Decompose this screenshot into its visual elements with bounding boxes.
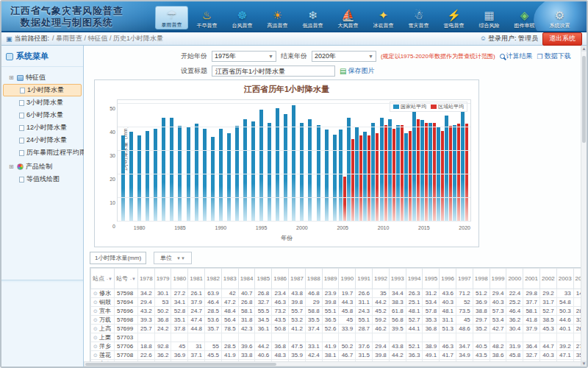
- toolbar-item-drought[interactable]: ♨ 干旱普查: [190, 7, 223, 29]
- expander-icon[interactable]: ⊞: [9, 74, 15, 81]
- bar-national-2010[interactable]: [380, 118, 384, 222]
- radio-icon[interactable]: ⊙: [93, 335, 98, 340]
- year-column-header[interactable]: 1979: [154, 269, 171, 289]
- toolbar-item-typhoon[interactable]: ☸ 台风普查: [226, 7, 259, 29]
- bar-national-1987[interactable]: [195, 124, 198, 222]
- unit-tag[interactable]: 1小时降水量(mm): [90, 252, 146, 264]
- table-row-萍乡[interactable]: ⊙萍乡 5770618.892.845315528.539.644.236.84…: [91, 342, 584, 351]
- station-column-header[interactable]: 站点-▼: [93, 275, 112, 283]
- bar-regional-2016[interactable]: [433, 123, 436, 222]
- scroll-down-arrow[interactable]: ▼: [581, 361, 587, 367]
- bar-national-2009[interactable]: [371, 123, 375, 222]
- sidebar-item-3小时降水量[interactable]: 3小时降水量: [3, 96, 82, 109]
- toolbar-item-hail[interactable]: ✦ 冰雹普查: [367, 7, 400, 29]
- bar-national-2004[interactable]: [333, 135, 337, 222]
- save-image-button[interactable]: ▤保存图片: [340, 66, 374, 76]
- year-column-header[interactable]: 1994: [406, 269, 423, 289]
- bar-regional-2011[interactable]: [392, 129, 395, 222]
- expander-icon[interactable]: ⊞: [9, 163, 15, 170]
- radio-icon[interactable]: ⊙: [93, 317, 98, 322]
- bar-national-2018[interactable]: [445, 116, 448, 222]
- sidebar-item-6小时降水量[interactable]: 6小时降水量: [3, 109, 82, 121]
- chart-title-input[interactable]: 江西省历年1小时降水量: [212, 66, 335, 77]
- bar-national-1999[interactable]: [292, 105, 295, 222]
- sidebar-splitter[interactable]: [1, 280, 83, 283]
- radio-icon[interactable]: ⊙: [93, 353, 98, 358]
- bar-regional-2014[interactable]: [417, 119, 420, 222]
- bar-national-1978[interactable]: [121, 135, 125, 222]
- bar-national-1991[interactable]: [227, 133, 231, 222]
- year-column-header[interactable]: 1985: [255, 269, 272, 289]
- year-column-header[interactable]: 1998: [473, 269, 490, 289]
- toolbar-item-comprehensive-risk[interactable]: ▦ 综合风险: [473, 7, 506, 29]
- bar-national-2011[interactable]: [388, 119, 392, 222]
- radio-icon[interactable]: ⊙: [93, 291, 98, 296]
- radio-icon[interactable]: ⊙: [93, 326, 98, 331]
- bar-regional-2019[interactable]: [457, 124, 460, 222]
- bar-national-2005[interactable]: [339, 130, 343, 222]
- table-row-铜鼓[interactable]: ⊙铜鼓 5769429.45334.137.946.447.226.832.74…: [91, 298, 584, 307]
- year-column-header[interactable]: 1997: [456, 269, 473, 289]
- table-row-修水[interactable]: ⊙修水 5759834.230.127.226.163.94240.726.82…: [91, 289, 584, 298]
- bar-national-2017[interactable]: [437, 127, 440, 222]
- horizontal-scroll-thumb[interactable]: [85, 363, 276, 366]
- radio-icon[interactable]: ⊙: [93, 300, 98, 305]
- toolbar-item-hightemp[interactable]: ☀ 高温普查: [261, 7, 294, 29]
- year-column-header[interactable]: 2002: [540, 269, 557, 289]
- horizontal-scrollbar[interactable]: [84, 361, 587, 367]
- bar-national-1982[interactable]: [154, 129, 157, 222]
- vertical-scrollbar[interactable]: ▲ ▼: [581, 46, 587, 367]
- bar-regional-2006[interactable]: [351, 139, 354, 222]
- radio-icon[interactable]: ⊙: [93, 308, 98, 314]
- bar-national-2020[interactable]: [461, 111, 465, 222]
- year-column-header[interactable]: 2001: [523, 269, 540, 289]
- bar-regional-2020[interactable]: [465, 124, 468, 222]
- bar-national-2015[interactable]: [420, 120, 424, 222]
- sidebar-item-等值线绘图[interactable]: 等值线绘图: [3, 173, 82, 185]
- toolbar-item-snow[interactable]: ☃ 雪灾普查: [402, 7, 435, 29]
- year-column-header[interactable]: 1993: [389, 269, 406, 289]
- calculate-button[interactable]: 计算结果: [500, 52, 533, 61]
- logout-button[interactable]: 退出系统: [542, 32, 582, 46]
- bar-regional-2007[interactable]: [359, 135, 362, 222]
- toolbar-item-map-review[interactable]: ◈ 图件审核: [508, 7, 541, 29]
- year-column-header[interactable]: 1991: [356, 269, 373, 289]
- bar-national-1980[interactable]: [137, 135, 141, 222]
- table-row-莲花[interactable]: ⊙莲花 5770822.636.236.937.145.541.933.840.…: [91, 351, 584, 360]
- toolbar-item-lowtemp[interactable]: ❄ 低温普查: [296, 7, 329, 29]
- bar-regional-2008[interactable]: [368, 135, 370, 222]
- bar-national-2000[interactable]: [300, 123, 304, 222]
- table-row-万载[interactable]: ⊙万载 5769839.336.835.147.453.656.431.834.…: [91, 316, 584, 325]
- year-column-header[interactable]: 2000: [506, 269, 523, 289]
- bar-national-2006[interactable]: [347, 118, 351, 222]
- bar-regional-2009[interactable]: [376, 133, 379, 222]
- bar-national-1997[interactable]: [276, 108, 279, 222]
- end-year-select[interactable]: 2020年▼: [312, 51, 376, 62]
- year-column-header[interactable]: 1986: [272, 269, 289, 289]
- year-column-header[interactable]: 1995: [423, 269, 440, 289]
- year-column-header[interactable]: 1978: [137, 269, 154, 289]
- year-column-header[interactable]: 1989: [322, 269, 339, 289]
- year-column-header[interactable]: 1980: [171, 269, 188, 289]
- year-column-header[interactable]: 1981: [188, 269, 205, 289]
- bar-national-2003[interactable]: [325, 130, 329, 222]
- bar-national-1996[interactable]: [268, 123, 271, 222]
- table-row-上高[interactable]: ⊙上高 5769925.724.237.844.835.778.542.336.…: [91, 325, 584, 333]
- scroll-up-arrow[interactable]: ▲: [581, 46, 587, 52]
- year-column-header[interactable]: 1982: [205, 269, 222, 289]
- bar-national-1986[interactable]: [187, 127, 190, 222]
- bar-national-2016[interactable]: [429, 123, 432, 222]
- toolbar-item-gale[interactable]: ⛵ 大风普查: [331, 7, 365, 29]
- bar-regional-2013[interactable]: [409, 131, 412, 222]
- bar-national-2007[interactable]: [355, 127, 359, 222]
- start-year-select[interactable]: 1975年▼: [212, 51, 276, 62]
- year-column-header[interactable]: 1987: [289, 269, 306, 289]
- bar-national-2001[interactable]: [308, 119, 312, 222]
- year-column-header[interactable]: 1996: [440, 269, 456, 289]
- bar-national-1998[interactable]: [284, 114, 287, 222]
- bar-national-1983[interactable]: [162, 118, 165, 222]
- bar-national-1984[interactable]: [170, 118, 173, 222]
- year-column-header[interactable]: 1988: [305, 269, 322, 289]
- sidebar-item-历年暴雨过程平均雨量[interactable]: 历年暴雨过程平均雨量: [3, 146, 82, 159]
- toolbar-item-rainstorm[interactable]: ☂ 暴雨普查: [155, 6, 188, 29]
